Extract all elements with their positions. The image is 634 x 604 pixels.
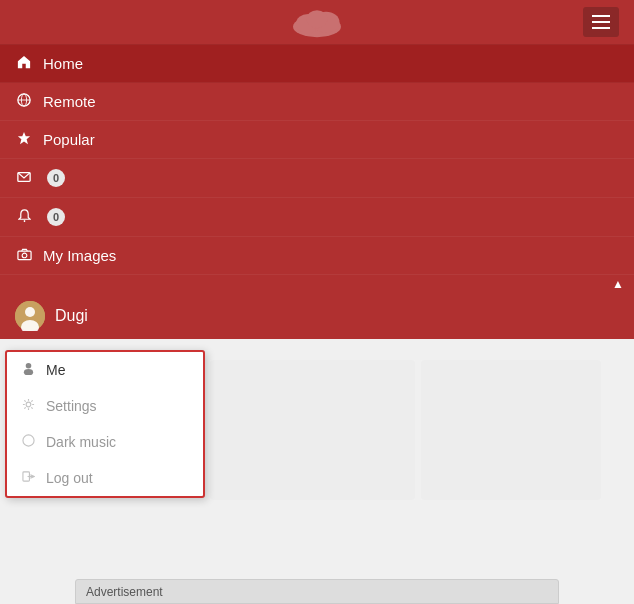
nav-remote-label: Remote bbox=[43, 93, 96, 110]
hamburger-line-1 bbox=[592, 15, 610, 17]
content-card-1 bbox=[210, 360, 415, 500]
svg-point-15 bbox=[26, 363, 32, 369]
nav-item-notifications[interactable]: 0 bbox=[0, 198, 634, 237]
user-row[interactable]: Dugi bbox=[0, 293, 634, 339]
content-card-2 bbox=[421, 360, 601, 500]
dropdown-item-settings[interactable]: Settings bbox=[7, 388, 203, 424]
scroll-indicator: ▲ bbox=[0, 275, 634, 293]
nav-item-home[interactable]: Home bbox=[0, 45, 634, 83]
username: Dugi bbox=[55, 307, 88, 325]
remote-icon bbox=[15, 93, 33, 110]
navigation: Home Remote Popular 0 0 My Images bbox=[0, 45, 634, 275]
app-header bbox=[0, 0, 634, 45]
dropdown-item-me[interactable]: Me bbox=[7, 352, 203, 388]
dropdown-menu: Me Settings Dark music Log out bbox=[5, 350, 205, 498]
nav-item-remote[interactable]: Remote bbox=[0, 83, 634, 121]
music-icon bbox=[22, 434, 38, 450]
camera-icon bbox=[15, 248, 33, 264]
svg-marker-7 bbox=[18, 132, 30, 144]
notifications-badge: 0 bbox=[47, 208, 65, 226]
hamburger-line-2 bbox=[592, 21, 610, 23]
svg-point-3 bbox=[306, 10, 327, 28]
dropdown-settings-label: Settings bbox=[46, 398, 97, 414]
svg-point-18 bbox=[23, 435, 34, 446]
bell-icon bbox=[15, 209, 33, 226]
dropdown-logout-label: Log out bbox=[46, 470, 93, 486]
advertisement-bar: Advertisement bbox=[75, 579, 559, 604]
nav-item-my-images[interactable]: My Images bbox=[0, 237, 634, 275]
dropdown-me-label: Me bbox=[46, 362, 65, 378]
dropdown-dark-music-label: Dark music bbox=[46, 434, 116, 450]
app-logo bbox=[216, 5, 417, 40]
star-icon bbox=[15, 131, 33, 148]
svg-point-17 bbox=[26, 402, 31, 407]
dropdown-item-logout[interactable]: Log out bbox=[7, 460, 203, 496]
advertisement-label: Advertisement bbox=[86, 585, 163, 599]
messages-badge: 0 bbox=[47, 169, 65, 187]
logout-icon bbox=[22, 470, 38, 486]
svg-rect-10 bbox=[17, 251, 30, 259]
nav-item-popular[interactable]: Popular bbox=[0, 121, 634, 159]
hamburger-button[interactable] bbox=[583, 7, 619, 37]
cloud-logo-icon bbox=[287, 5, 347, 40]
svg-point-16 bbox=[24, 369, 33, 375]
scroll-up-arrow: ▲ bbox=[612, 277, 624, 291]
avatar bbox=[15, 301, 45, 331]
svg-point-13 bbox=[25, 307, 35, 317]
nav-home-label: Home bbox=[43, 55, 83, 72]
nav-popular-label: Popular bbox=[43, 131, 95, 148]
user-icon bbox=[22, 362, 38, 378]
home-icon bbox=[15, 55, 33, 72]
nav-item-messages[interactable]: 0 bbox=[0, 159, 634, 198]
svg-point-11 bbox=[22, 253, 27, 258]
hamburger-line-3 bbox=[592, 27, 610, 29]
settings-icon bbox=[22, 398, 38, 414]
dropdown-item-dark-music[interactable]: Dark music bbox=[7, 424, 203, 460]
nav-my-images-label: My Images bbox=[43, 247, 116, 264]
envelope-icon bbox=[15, 170, 33, 186]
